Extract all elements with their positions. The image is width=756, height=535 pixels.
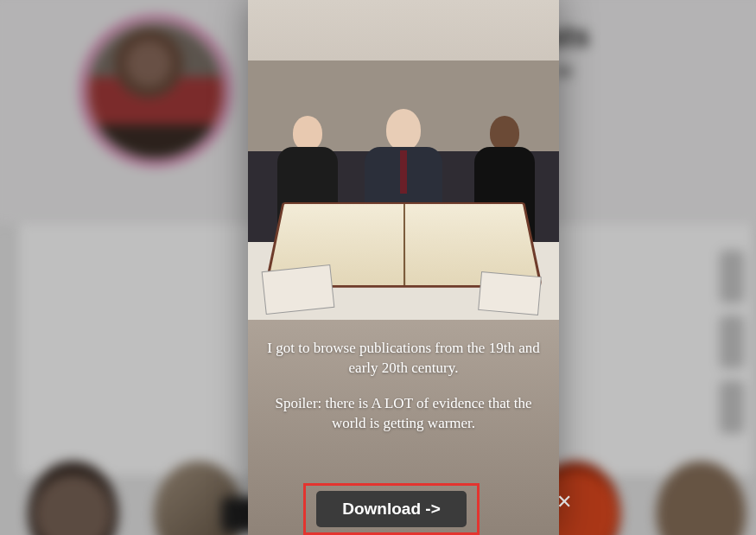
close-icon[interactable]: ✕ [552, 490, 576, 514]
paper-stack [262, 264, 335, 315]
caption-line-2: Spoiler: there is A LOT of evidence that… [267, 394, 540, 434]
download-highlight-box: Download -> [303, 483, 480, 535]
download-button[interactable]: Download -> [316, 491, 467, 527]
story-modal: I got to browse publications from the 19… [248, 0, 559, 535]
story-photo [248, 61, 559, 320]
story-caption: I got to browse publications from the 19… [267, 339, 540, 434]
caption-line-1: I got to browse publications from the 19… [267, 339, 540, 379]
paper-stack [478, 271, 542, 315]
